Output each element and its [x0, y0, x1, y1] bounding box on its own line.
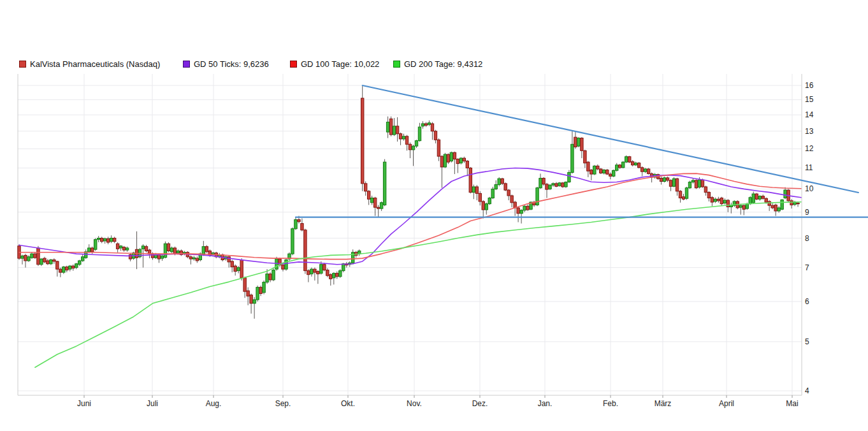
candle-down	[43, 258, 46, 262]
y-axis-label: 8	[805, 234, 809, 243]
candle-down	[326, 270, 329, 276]
candle-down	[768, 201, 770, 205]
x-axis-label: Juli	[147, 399, 158, 408]
candle-up	[294, 220, 297, 229]
candle-down	[24, 255, 27, 261]
y-axis-label: 12	[805, 144, 814, 153]
candle-up	[333, 274, 335, 278]
candle-up	[603, 170, 605, 173]
y-axis-label: 10	[805, 184, 814, 193]
candle-up	[50, 260, 52, 264]
candle-up	[192, 258, 195, 259]
candle-down	[701, 180, 704, 187]
candle-down	[606, 170, 609, 174]
candle-up	[749, 198, 751, 204]
candle-up	[380, 203, 382, 208]
candle-down	[434, 131, 437, 140]
candle-down	[122, 247, 125, 251]
candle-down	[469, 168, 472, 192]
candle-down	[797, 203, 799, 204]
candle-up	[622, 162, 625, 168]
candle-down	[555, 184, 558, 186]
candle-down	[628, 157, 630, 162]
candle-down	[373, 198, 376, 208]
candle-down	[317, 272, 319, 274]
candle-up	[539, 179, 542, 188]
candle-down	[116, 244, 119, 249]
candle-up	[256, 288, 259, 300]
candle-down	[47, 261, 49, 264]
candle-up	[386, 122, 389, 132]
candle-down	[609, 174, 612, 176]
candle-up	[784, 190, 786, 198]
candle-down	[100, 238, 103, 242]
candle-up	[552, 184, 554, 185]
candle-up	[739, 205, 742, 207]
candle-up	[253, 300, 256, 303]
candle-down	[66, 267, 68, 270]
candle-up	[161, 256, 163, 258]
candle-down	[377, 207, 379, 208]
candle-down	[561, 183, 564, 187]
candle-down	[574, 137, 577, 147]
candle-down	[259, 288, 262, 294]
legend-item-gd100: GD 100 Tage: 10,022	[290, 59, 379, 69]
x-axis-label: Juni	[77, 399, 91, 408]
grid-layer	[18, 74, 802, 395]
candle-down	[113, 238, 115, 242]
candle-up	[291, 229, 294, 254]
candle-up	[82, 257, 84, 261]
candle-down	[247, 291, 249, 296]
candle-up	[634, 163, 637, 165]
gd50-swatch-icon	[183, 61, 190, 68]
y-axis-label: 6	[805, 297, 809, 306]
candle-up	[415, 141, 417, 146]
y-axis-label: 13	[805, 127, 814, 136]
candle-up	[781, 200, 783, 209]
x-axis-label: Jan.	[538, 399, 553, 408]
candle-down	[157, 255, 160, 259]
candle-down	[647, 169, 649, 173]
candle-up	[644, 169, 646, 172]
candle-up	[370, 198, 373, 203]
candle-down	[669, 180, 672, 186]
gd100-swatch-icon	[290, 61, 297, 68]
candle-down	[106, 238, 109, 242]
y-axis-label: 5	[805, 337, 809, 346]
legend-item-gd50: GD 50 Ticks: 9,6236	[183, 59, 269, 69]
candle-up	[593, 166, 596, 174]
candle-down	[707, 193, 710, 198]
y-axis-label: 9	[805, 208, 809, 217]
candle-up	[672, 179, 675, 186]
candle-down	[463, 158, 465, 161]
candle-up	[21, 256, 24, 258]
candle-up	[126, 248, 128, 250]
candle-down	[774, 205, 777, 210]
candle-up	[577, 138, 580, 147]
candle-up	[549, 185, 551, 189]
candle-up	[141, 246, 144, 249]
candle-down	[517, 208, 519, 214]
candle-up	[723, 200, 726, 203]
candle-down	[243, 278, 246, 291]
candle-up	[498, 179, 500, 184]
candle-up	[495, 185, 497, 189]
candle-up	[488, 198, 491, 204]
candle-up	[612, 170, 615, 176]
candle-down	[56, 261, 59, 269]
candle-down	[597, 166, 599, 169]
candle-down	[323, 265, 326, 270]
candle-up	[164, 244, 166, 257]
candle-up	[746, 204, 748, 208]
candle-down	[364, 184, 366, 191]
candle-up	[459, 158, 462, 163]
candle-down	[234, 266, 236, 271]
y-axis-label: 16	[805, 81, 814, 90]
candle-up	[491, 189, 494, 198]
axis-labels-layer: 45678910111213141516JuniJuliAug.Sep.Okt.…	[77, 81, 814, 408]
candle-down	[790, 201, 793, 205]
candle-down	[405, 136, 408, 144]
candle-down	[501, 179, 503, 184]
candle-down	[762, 196, 764, 199]
candle-down	[282, 265, 284, 269]
